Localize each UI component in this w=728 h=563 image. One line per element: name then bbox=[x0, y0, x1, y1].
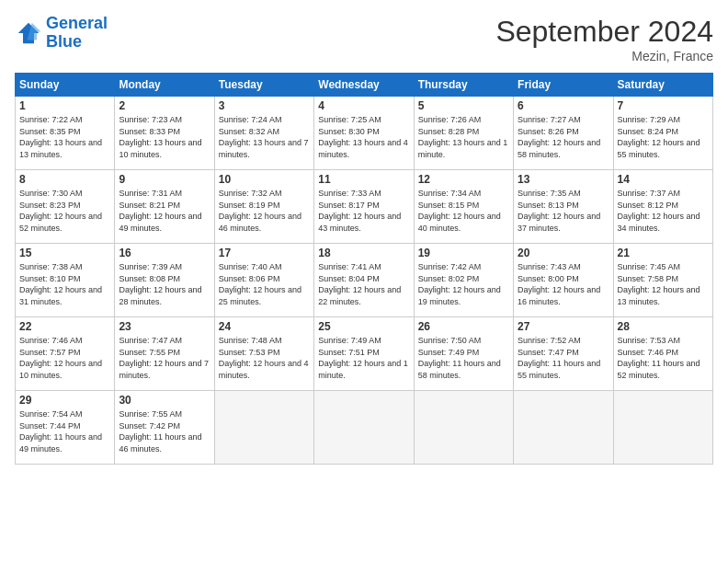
col-tuesday: Tuesday bbox=[214, 74, 313, 97]
list-item: 18Sunrise: 7:41 AMSunset: 8:04 PMDayligh… bbox=[314, 244, 414, 317]
day-number: 9 bbox=[119, 173, 210, 186]
day-number: 8 bbox=[19, 173, 110, 186]
list-item: 28Sunrise: 7:53 AMSunset: 7:46 PMDayligh… bbox=[613, 317, 712, 391]
list-item: 12Sunrise: 7:34 AMSunset: 8:15 PMDayligh… bbox=[414, 170, 513, 244]
list-item: 26Sunrise: 7:50 AMSunset: 7:49 PMDayligh… bbox=[414, 317, 513, 391]
day-info: Sunrise: 7:37 AMSunset: 8:12 PMDaylight:… bbox=[618, 188, 709, 234]
day-number: 26 bbox=[418, 320, 509, 333]
day-number: 29 bbox=[19, 394, 110, 407]
col-wednesday: Wednesday bbox=[314, 74, 414, 97]
day-info: Sunrise: 7:49 AMSunset: 7:51 PMDaylight:… bbox=[318, 335, 409, 381]
header-row: Sunday Monday Tuesday Wednesday Thursday… bbox=[16, 74, 713, 97]
day-info: Sunrise: 7:25 AMSunset: 8:30 PMDaylight:… bbox=[318, 114, 409, 160]
day-info: Sunrise: 7:27 AMSunset: 8:26 PMDaylight:… bbox=[518, 114, 609, 160]
day-info: Sunrise: 7:34 AMSunset: 8:15 PMDaylight:… bbox=[418, 188, 509, 234]
list-item bbox=[314, 391, 414, 465]
table-row: 8Sunrise: 7:30 AMSunset: 8:23 PMDaylight… bbox=[16, 170, 713, 244]
day-number: 4 bbox=[318, 99, 409, 112]
day-number: 14 bbox=[618, 173, 709, 186]
day-number: 5 bbox=[418, 99, 509, 112]
day-number: 2 bbox=[119, 99, 210, 112]
day-number: 7 bbox=[618, 99, 709, 112]
list-item bbox=[514, 391, 613, 465]
day-number: 15 bbox=[19, 247, 110, 259]
day-info: Sunrise: 7:46 AMSunset: 7:57 PMDaylight:… bbox=[19, 335, 110, 381]
col-saturday: Saturday bbox=[613, 74, 712, 97]
location: Mezin, France bbox=[495, 49, 713, 63]
list-item: 19Sunrise: 7:42 AMSunset: 8:02 PMDayligh… bbox=[414, 244, 513, 317]
day-number: 18 bbox=[318, 247, 409, 259]
day-info: Sunrise: 7:54 AMSunset: 7:44 PMDaylight:… bbox=[19, 408, 110, 454]
list-item: 27Sunrise: 7:52 AMSunset: 7:47 PMDayligh… bbox=[514, 317, 613, 391]
day-info: Sunrise: 7:53 AMSunset: 7:46 PMDaylight:… bbox=[618, 335, 709, 381]
day-number: 12 bbox=[418, 173, 509, 186]
day-number: 20 bbox=[518, 247, 609, 259]
col-friday: Friday bbox=[514, 74, 613, 97]
table-row: 1Sunrise: 7:22 AMSunset: 8:35 PMDaylight… bbox=[16, 97, 713, 170]
list-item: 15Sunrise: 7:38 AMSunset: 8:10 PMDayligh… bbox=[16, 244, 115, 317]
list-item: 11Sunrise: 7:33 AMSunset: 8:17 PMDayligh… bbox=[314, 170, 414, 244]
list-item: 6Sunrise: 7:27 AMSunset: 8:26 PMDaylight… bbox=[514, 97, 613, 170]
day-info: Sunrise: 7:39 AMSunset: 8:08 PMDaylight:… bbox=[119, 261, 210, 307]
day-number: 27 bbox=[518, 320, 609, 333]
list-item: 24Sunrise: 7:48 AMSunset: 7:53 PMDayligh… bbox=[214, 317, 313, 391]
day-number: 3 bbox=[219, 99, 310, 112]
list-item: 2Sunrise: 7:23 AMSunset: 8:33 PMDaylight… bbox=[115, 97, 214, 170]
day-info: Sunrise: 7:48 AMSunset: 7:53 PMDaylight:… bbox=[219, 335, 310, 381]
day-info: Sunrise: 7:42 AMSunset: 8:02 PMDaylight:… bbox=[418, 261, 509, 307]
list-item: 23Sunrise: 7:47 AMSunset: 7:55 PMDayligh… bbox=[115, 317, 214, 391]
list-item: 4Sunrise: 7:25 AMSunset: 8:30 PMDaylight… bbox=[314, 97, 414, 170]
logo-line2: Blue bbox=[46, 32, 82, 51]
day-info: Sunrise: 7:30 AMSunset: 8:23 PMDaylight:… bbox=[19, 188, 110, 234]
logo: General Blue bbox=[15, 15, 108, 52]
day-number: 16 bbox=[119, 247, 210, 259]
list-item: 1Sunrise: 7:22 AMSunset: 8:35 PMDaylight… bbox=[16, 97, 115, 170]
logo-line1: General bbox=[46, 14, 108, 32]
list-item: 14Sunrise: 7:37 AMSunset: 8:12 PMDayligh… bbox=[613, 170, 712, 244]
list-item: 13Sunrise: 7:35 AMSunset: 8:13 PMDayligh… bbox=[514, 170, 613, 244]
list-item: 20Sunrise: 7:43 AMSunset: 8:00 PMDayligh… bbox=[514, 244, 613, 317]
day-number: 19 bbox=[418, 247, 509, 259]
day-info: Sunrise: 7:52 AMSunset: 7:47 PMDaylight:… bbox=[518, 335, 609, 381]
day-info: Sunrise: 7:32 AMSunset: 8:19 PMDaylight:… bbox=[219, 188, 310, 234]
day-info: Sunrise: 7:35 AMSunset: 8:13 PMDaylight:… bbox=[518, 188, 609, 234]
list-item bbox=[613, 391, 712, 465]
list-item bbox=[214, 391, 313, 465]
day-info: Sunrise: 7:29 AMSunset: 8:24 PMDaylight:… bbox=[618, 114, 709, 160]
list-item: 21Sunrise: 7:45 AMSunset: 7:58 PMDayligh… bbox=[613, 244, 712, 317]
day-info: Sunrise: 7:40 AMSunset: 8:06 PMDaylight:… bbox=[219, 261, 310, 307]
list-item: 9Sunrise: 7:31 AMSunset: 8:21 PMDaylight… bbox=[115, 170, 214, 244]
col-monday: Monday bbox=[115, 74, 214, 97]
day-info: Sunrise: 7:38 AMSunset: 8:10 PMDaylight:… bbox=[19, 261, 110, 307]
list-item: 7Sunrise: 7:29 AMSunset: 8:24 PMDaylight… bbox=[613, 97, 712, 170]
month-title: September 2024 bbox=[495, 15, 713, 49]
day-number: 6 bbox=[518, 99, 609, 112]
table-row: 29Sunrise: 7:54 AMSunset: 7:44 PMDayligh… bbox=[16, 391, 713, 465]
day-number: 25 bbox=[318, 320, 409, 333]
day-info: Sunrise: 7:47 AMSunset: 7:55 PMDaylight:… bbox=[119, 335, 210, 381]
day-info: Sunrise: 7:50 AMSunset: 7:49 PMDaylight:… bbox=[418, 335, 509, 381]
day-info: Sunrise: 7:45 AMSunset: 7:58 PMDaylight:… bbox=[618, 261, 709, 307]
day-number: 22 bbox=[19, 320, 110, 333]
header: General Blue September 2024 Mezin, Franc… bbox=[15, 15, 713, 63]
logo-icon bbox=[15, 19, 42, 47]
day-info: Sunrise: 7:43 AMSunset: 8:00 PMDaylight:… bbox=[518, 261, 609, 307]
day-number: 13 bbox=[518, 173, 609, 186]
day-info: Sunrise: 7:26 AMSunset: 8:28 PMDaylight:… bbox=[418, 114, 509, 160]
day-number: 1 bbox=[19, 99, 110, 112]
day-number: 17 bbox=[219, 247, 310, 259]
list-item: 30Sunrise: 7:55 AMSunset: 7:42 PMDayligh… bbox=[115, 391, 214, 465]
col-thursday: Thursday bbox=[414, 74, 513, 97]
day-info: Sunrise: 7:24 AMSunset: 8:32 AMDaylight:… bbox=[219, 114, 310, 160]
list-item: 16Sunrise: 7:39 AMSunset: 8:08 PMDayligh… bbox=[115, 244, 214, 317]
day-number: 21 bbox=[618, 247, 709, 259]
logo-text: General Blue bbox=[46, 15, 108, 52]
calendar-table: Sunday Monday Tuesday Wednesday Thursday… bbox=[15, 73, 713, 465]
day-info: Sunrise: 7:41 AMSunset: 8:04 PMDaylight:… bbox=[318, 261, 409, 307]
day-number: 28 bbox=[618, 320, 709, 333]
page: General Blue September 2024 Mezin, Franc… bbox=[0, 0, 728, 563]
list-item: 3Sunrise: 7:24 AMSunset: 8:32 AMDaylight… bbox=[214, 97, 313, 170]
day-info: Sunrise: 7:55 AMSunset: 7:42 PMDaylight:… bbox=[119, 408, 210, 454]
list-item: 29Sunrise: 7:54 AMSunset: 7:44 PMDayligh… bbox=[16, 391, 115, 465]
table-row: 22Sunrise: 7:46 AMSunset: 7:57 PMDayligh… bbox=[16, 317, 713, 391]
